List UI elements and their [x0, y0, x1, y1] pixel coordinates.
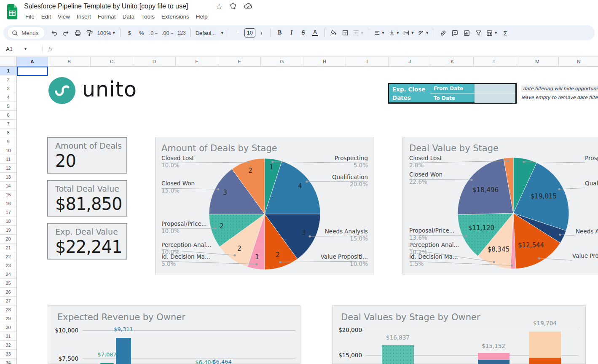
column-header-f[interactable]: F [218, 56, 261, 67]
to-date-input[interactable] [475, 94, 515, 103]
menu-help[interactable]: Help [193, 12, 211, 21]
row-header-1[interactable]: 1 [0, 67, 17, 75]
table-tools-button[interactable]: ▼ [485, 27, 499, 38]
row-header-3[interactable]: 3 [0, 84, 17, 93]
stacked-bar-segment[interactable] [382, 345, 414, 364]
kpi-card-2[interactable]: Exp. Deal Value$22,241 [47, 223, 127, 260]
column-header-h[interactable]: H [303, 56, 346, 67]
column-header-j[interactable]: J [389, 56, 431, 67]
row-header-21[interactable]: 21 [0, 244, 17, 252]
row-header-16[interactable]: 16 [0, 199, 17, 208]
functions-button[interactable]: Σ [500, 27, 511, 38]
column-header-a[interactable]: A [17, 56, 48, 67]
name-box[interactable]: A1 ▼ [0, 46, 42, 52]
column-header-m[interactable]: M [516, 56, 559, 67]
fill-color-button[interactable] [328, 27, 339, 38]
menu-tools[interactable]: Tools [138, 12, 158, 21]
increase-font-size-button[interactable]: + [256, 27, 267, 38]
document-title[interactable]: Salesforce Pipeline Template by Unito [c… [24, 3, 188, 10]
zoom-select[interactable]: 100%▼ [96, 27, 117, 38]
row-header-26[interactable]: 26 [0, 288, 17, 297]
row-header-22[interactable]: 22 [0, 252, 17, 261]
from-date-input[interactable] [475, 84, 515, 94]
menu-data[interactable]: Data [119, 12, 138, 21]
row-header-23[interactable]: 23 [0, 261, 17, 270]
column-header-l[interactable]: L [474, 56, 516, 67]
format-percent-button[interactable]: % [136, 27, 147, 38]
row-header-5[interactable]: 5 [0, 102, 17, 111]
format-currency-button[interactable]: $ [124, 27, 135, 38]
create-filter-button[interactable] [473, 27, 484, 38]
insert-comment-button[interactable] [449, 27, 460, 38]
row-header-30[interactable]: 30 [0, 323, 17, 332]
increase-decimal-button[interactable]: .00→ [161, 27, 175, 38]
row-header-12[interactable]: 12 [0, 164, 17, 173]
redo-button[interactable] [61, 27, 72, 38]
stacked-bar-segment[interactable] [529, 358, 561, 364]
column-header-b[interactable]: B [48, 56, 91, 67]
column-header-k[interactable]: K [431, 56, 474, 67]
borders-button[interactable] [340, 27, 351, 38]
row-header-10[interactable]: 10 [0, 146, 17, 155]
google-sheets-logo-icon[interactable] [6, 4, 18, 21]
column-header-n[interactable]: N [559, 56, 598, 67]
row-header-32[interactable]: 32 [0, 341, 17, 350]
row-header-25[interactable]: 25 [0, 279, 17, 288]
row-header-8[interactable]: 8 [0, 128, 17, 137]
column-header-d[interactable]: D [133, 56, 176, 67]
menu-view[interactable]: View [54, 12, 73, 21]
stacked-bar-segment[interactable] [529, 332, 561, 358]
bold-button[interactable]: B [274, 27, 285, 38]
number-format-button[interactable]: 123 [176, 27, 187, 38]
row-header-9[interactable]: 9 [0, 137, 17, 146]
horizontal-align-button[interactable]: ▼ [373, 27, 386, 38]
row-header-28[interactable]: 28 [0, 305, 17, 314]
cloud-saved-icon[interactable] [244, 2, 253, 11]
font-select[interactable]: Defaul...▼ [194, 27, 225, 38]
row-header-6[interactable]: 6 [0, 111, 17, 120]
font-size-input[interactable]: 10 [244, 28, 255, 37]
menu-extensions[interactable]: Extensions [158, 12, 193, 21]
text-wrap-button[interactable]: ▼ [402, 27, 416, 38]
menu-format[interactable]: Format [94, 12, 119, 21]
row-header-34[interactable]: 34 [0, 359, 17, 364]
row-header-2[interactable]: 2 [0, 75, 17, 84]
row-header-31[interactable]: 31 [0, 332, 17, 341]
italic-button[interactable]: I [286, 27, 297, 38]
text-rotation-button[interactable]: ▼ [416, 27, 430, 38]
row-header-27[interactable]: 27 [0, 297, 17, 305]
chart-revenue_by_owner[interactable]: Expected Revenue by Owner$10,000$7,500$7… [48, 305, 300, 364]
row-header-19[interactable]: 19 [0, 226, 17, 235]
kpi-card-1[interactable]: Total Deal Value$81,850 [47, 180, 127, 217]
column-header-c[interactable]: C [91, 56, 133, 67]
menu-edit[interactable]: Edit [38, 12, 54, 21]
chart-values_by_stage_owner[interactable]: Deal Values by Stage by Owner$20,000$15,… [332, 305, 586, 364]
strikethrough-button[interactable]: S [298, 27, 309, 38]
text-color-button[interactable]: A [310, 27, 321, 38]
row-header-4[interactable]: 4 [0, 93, 17, 102]
row-header-33[interactable]: 33 [0, 350, 17, 359]
stacked-bar-segment[interactable] [478, 353, 510, 360]
chart-value_by_stage[interactable]: Deal Value by StageProspectingQualificat… [402, 137, 598, 275]
row-header-17[interactable]: 17 [0, 208, 17, 217]
paint-format-button[interactable] [84, 27, 95, 38]
row-header-29[interactable]: 29 [0, 314, 17, 323]
kpi-card-0[interactable]: Amount of Deals20 [47, 137, 127, 174]
row-header-15[interactable]: 15 [0, 190, 17, 199]
print-button[interactable] [72, 27, 83, 38]
merge-cells-button[interactable]: ▼ [351, 27, 365, 38]
row-header-11[interactable]: 11 [0, 155, 17, 164]
row-header-24[interactable]: 24 [0, 270, 17, 279]
menu-file[interactable]: File [22, 12, 38, 21]
insert-link-button[interactable] [437, 27, 448, 38]
row-header-13[interactable]: 13 [0, 173, 17, 182]
chart-deals_by_stage[interactable]: Amount of Deals by StageProspecting5.0%Q… [155, 137, 374, 275]
bar[interactable] [116, 338, 131, 364]
decrease-font-size-button[interactable]: − [233, 27, 244, 38]
column-header-e[interactable]: E [176, 56, 218, 67]
row-header-20[interactable]: 20 [0, 235, 17, 244]
menu-insert[interactable]: Insert [73, 12, 94, 21]
row-header-7[interactable]: 7 [0, 120, 17, 128]
row-header-18[interactable]: 18 [0, 217, 17, 226]
row-header-14[interactable]: 14 [0, 182, 17, 190]
